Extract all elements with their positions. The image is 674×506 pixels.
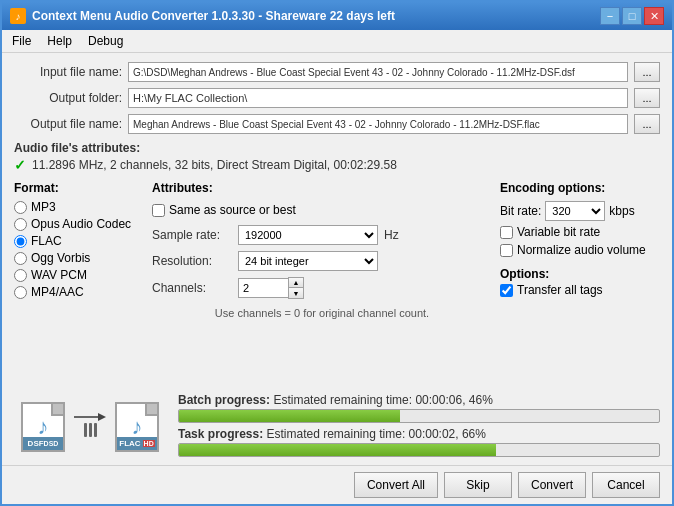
batch-progress-row: Batch progress: Estimated remaining time… [178, 393, 660, 423]
task-progress-bar-container [178, 443, 660, 457]
menu-debug[interactable]: Debug [82, 32, 129, 50]
batch-progress-title: Batch progress: [178, 393, 270, 407]
resolution-label: Resolution: [152, 254, 232, 268]
format-flac-radio[interactable] [14, 235, 27, 248]
format-wav-radio[interactable] [14, 269, 27, 282]
batch-progress-detail: Estimated remaining time: 00:00:06, 46% [273, 393, 492, 407]
format-ogg-radio[interactable] [14, 252, 27, 265]
output-folder-browse-button[interactable]: ... [634, 88, 660, 108]
input-file-label: Input file name: [14, 65, 122, 79]
transfer-tags-checkbox[interactable] [500, 284, 513, 297]
task-progress-label: Task progress: Estimated remaining time:… [178, 427, 660, 441]
spinbox-buttons: ▲ ▼ [288, 277, 304, 299]
channels-hint: Use channels = 0 for original channel co… [152, 307, 492, 319]
channels-input[interactable] [238, 278, 288, 298]
format-aac-radio[interactable] [14, 286, 27, 299]
task-progress-row: Task progress: Estimated remaining time:… [178, 427, 660, 457]
transfer-tags-label: Transfer all tags [517, 283, 603, 297]
channels-decrement[interactable]: ▼ [289, 288, 303, 298]
bitrate-row: Bit rate: 320 256 192 128 kbps [500, 201, 660, 221]
format-opus-label: Opus Audio Codec [31, 217, 131, 231]
normalize-row[interactable]: Normalize audio volume [500, 243, 660, 257]
main-window: ♪ Context Menu Audio Converter 1.0.3.30 … [0, 0, 674, 506]
attributes-title: Attributes: [152, 181, 492, 195]
batch-progress-bar [179, 410, 400, 422]
audio-attrs-value: ✓ 11.2896 MHz, 2 channels, 32 bits, Dire… [14, 157, 660, 173]
normalize-label: Normalize audio volume [517, 243, 646, 257]
main-panels: Format: MP3 Opus Audio Codec FLAC Ogg Vo… [14, 181, 660, 385]
button-row: Convert All Skip Convert Cancel [2, 465, 672, 504]
output-folder-row: Output folder: H:\My FLAC Collection\ ..… [14, 87, 660, 109]
bitrate-unit: kbps [609, 204, 634, 218]
output-folder-label: Output folder: [14, 91, 122, 105]
format-panel: Format: MP3 Opus Audio Codec FLAC Ogg Vo… [14, 181, 144, 385]
transfer-tags-row[interactable]: Transfer all tags [500, 283, 660, 297]
format-flac[interactable]: FLAC [14, 234, 144, 248]
format-title: Format: [14, 181, 144, 195]
encoding-panel: Encoding options: Bit rate: 320 256 192 … [500, 181, 660, 385]
target-file-icon: ♪ FLAC HD [112, 397, 162, 452]
variable-bitrate-checkbox[interactable] [500, 226, 513, 239]
variable-bitrate-row[interactable]: Variable bit rate [500, 225, 660, 239]
output-file-browse-button[interactable]: ... [634, 114, 660, 134]
source-label1: DSF [28, 439, 44, 448]
output-file-label: Output file name: [14, 117, 122, 131]
title-controls: − □ ✕ [600, 7, 664, 25]
format-mp3-radio[interactable] [14, 201, 27, 214]
same-as-source-checkbox[interactable] [152, 204, 165, 217]
channels-row: Channels: ▲ ▼ [152, 277, 492, 299]
input-browse-button[interactable]: ... [634, 62, 660, 82]
format-ogg[interactable]: Ogg Vorbis [14, 251, 144, 265]
output-file-input[interactable]: Meghan Andrews - Blue Coast Special Even… [128, 114, 628, 134]
output-file-row: Output file name: Meghan Andrews - Blue … [14, 113, 660, 135]
format-wav[interactable]: WAV PCM [14, 268, 144, 282]
target-label1: FLAC [119, 439, 140, 448]
window-title: Context Menu Audio Converter 1.0.3.30 - … [32, 9, 395, 23]
format-aac[interactable]: MP4/AAC [14, 285, 144, 299]
batch-progress-label: Batch progress: Estimated remaining time… [178, 393, 660, 407]
same-as-source-label: Same as source or best [169, 203, 296, 217]
format-wav-label: WAV PCM [31, 268, 87, 282]
checkmark-icon: ✓ [14, 157, 26, 173]
sample-rate-select[interactable]: 192000 96000 48000 44100 [238, 225, 378, 245]
menu-help[interactable]: Help [41, 32, 78, 50]
app-icon: ♪ [10, 8, 26, 24]
target-hd-badge: HD [143, 440, 155, 447]
format-mp3[interactable]: MP3 [14, 200, 144, 214]
format-opus-radio[interactable] [14, 218, 27, 231]
resolution-row: Resolution: 24 bit integer 16 bit intege… [152, 251, 492, 271]
format-mp3-label: MP3 [31, 200, 56, 214]
title-bar: ♪ Context Menu Audio Converter 1.0.3.30 … [2, 2, 672, 30]
sample-rate-unit: Hz [384, 228, 399, 242]
format-flac-label: FLAC [31, 234, 62, 248]
conversion-visual: ♪ DSFDSD [14, 393, 166, 456]
attributes-panel: Attributes: Same as source or best Sampl… [152, 181, 492, 385]
convert-all-button[interactable]: Convert All [354, 472, 438, 498]
input-file-input[interactable]: G:\DSD\Meghan Andrews - Blue Coast Speci… [128, 62, 628, 82]
format-opus[interactable]: Opus Audio Codec [14, 217, 144, 231]
menu-file[interactable]: File [6, 32, 37, 50]
skip-button[interactable]: Skip [444, 472, 512, 498]
output-folder-input[interactable]: H:\My FLAC Collection\ [128, 88, 628, 108]
task-progress-title: Task progress: [178, 427, 263, 441]
encoding-title: Encoding options: [500, 181, 660, 195]
source-file-icon: ♪ DSFDSD [18, 397, 68, 452]
bottom-section: ♪ DSFDSD [14, 393, 660, 457]
normalize-checkbox[interactable] [500, 244, 513, 257]
content-area: Input file name: G:\DSD\Meghan Andrews -… [2, 53, 672, 465]
convert-button[interactable]: Convert [518, 472, 586, 498]
channels-label: Channels: [152, 281, 232, 295]
progress-section: Batch progress: Estimated remaining time… [178, 393, 660, 457]
maximize-button[interactable]: □ [622, 7, 642, 25]
audio-attrs-text: 11.2896 MHz, 2 channels, 32 bits, Direct… [32, 158, 397, 172]
sample-rate-label: Sample rate: [152, 228, 232, 242]
cancel-button[interactable]: Cancel [592, 472, 660, 498]
close-button[interactable]: ✕ [644, 7, 664, 25]
channels-increment[interactable]: ▲ [289, 278, 303, 288]
resolution-select[interactable]: 24 bit integer 16 bit integer 32 bit flo… [238, 251, 378, 271]
same-as-source-row: Same as source or best [152, 203, 492, 217]
bitrate-select[interactable]: 320 256 192 128 [545, 201, 605, 221]
minimize-button[interactable]: − [600, 7, 620, 25]
menu-bar: File Help Debug [2, 30, 672, 53]
source-file-shape: ♪ DSFDSD [21, 402, 65, 452]
